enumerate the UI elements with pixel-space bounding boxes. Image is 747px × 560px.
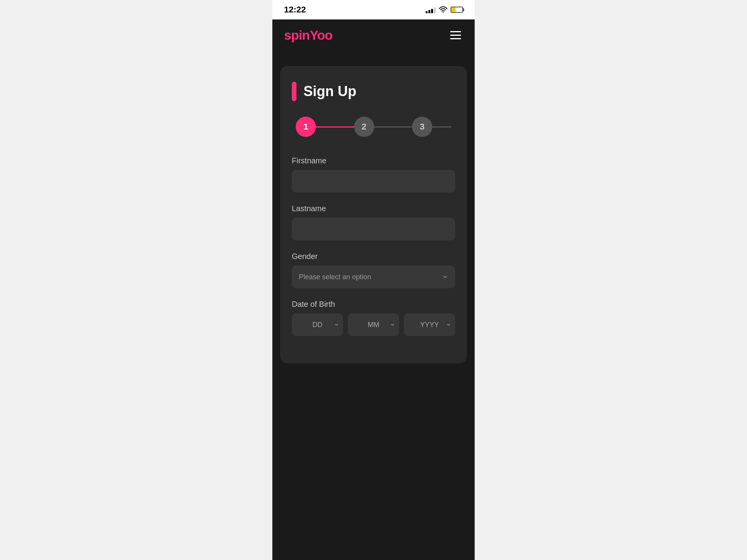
firstname-label: Firstname — [292, 156, 455, 165]
pink-accent-bar — [292, 82, 296, 101]
wifi-icon — [439, 6, 447, 13]
dob-year-select[interactable]: YYYY — [404, 313, 455, 336]
svg-point-0 — [443, 12, 444, 13]
signup-header: Sign Up — [292, 82, 455, 101]
dob-group: Date of Birth DD MM YYYY — [292, 300, 455, 336]
hamburger-line — [450, 38, 461, 39]
signal-icon — [426, 6, 436, 13]
step-line-1-2 — [316, 126, 354, 128]
gender-select[interactable]: Please select an option Male Female Othe… — [292, 266, 455, 288]
app-logo: spinYoo — [284, 28, 333, 43]
lastname-input[interactable] — [292, 218, 455, 240]
app-header: spinYoo — [272, 19, 475, 51]
status-time: 12:22 — [284, 5, 306, 15]
signup-title: Sign Up — [303, 83, 356, 100]
firstname-group: Firstname — [292, 156, 455, 192]
lastname-group: Lastname — [292, 204, 455, 240]
step-1-circle: 1 — [296, 117, 316, 137]
signup-form-card: Sign Up 1 2 3 Firstname — [280, 66, 467, 363]
hamburger-menu-button[interactable] — [448, 29, 463, 41]
dob-day-select[interactable]: DD — [292, 313, 343, 336]
hamburger-line — [450, 35, 461, 36]
dob-label: Date of Birth — [292, 300, 455, 309]
hamburger-line — [450, 31, 461, 32]
battery-icon — [451, 7, 463, 13]
step-3-circle: 3 — [412, 117, 432, 137]
step-line-after-3 — [432, 126, 451, 128]
dob-month-select[interactable]: MM — [348, 313, 399, 336]
step-line-2-3 — [374, 126, 412, 128]
lastname-label: Lastname — [292, 204, 455, 213]
main-content: Sign Up 1 2 3 Firstname — [272, 51, 475, 560]
dob-row: DD MM YYYY — [292, 313, 455, 336]
status-icons — [426, 6, 463, 13]
status-bar: 12:22 — [272, 0, 475, 19]
firstname-input[interactable] — [292, 170, 455, 192]
step-2-circle: 2 — [354, 117, 374, 137]
phone-frame: 12:22 spinYoo — [272, 0, 475, 560]
gender-group: Gender Please select an option Male Fema… — [292, 252, 455, 288]
gender-label: Gender — [292, 252, 455, 261]
progress-stepper: 1 2 3 — [292, 117, 455, 137]
